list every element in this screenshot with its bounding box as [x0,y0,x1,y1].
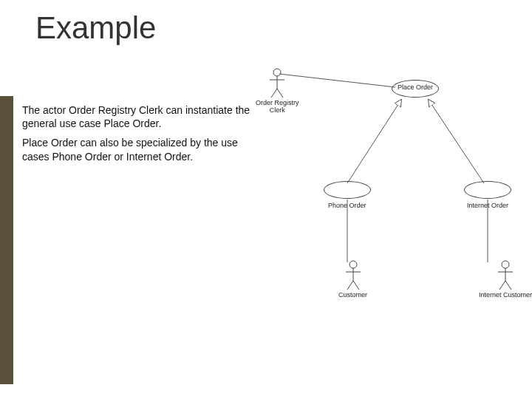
usecase-internet-order [464,181,511,199]
uml-diagram: Order Registry Clerk Place Order Phone O… [251,66,525,340]
paragraph-1: The actor Order Registry Clerk can insta… [22,103,251,130]
slide-title: Example [35,10,156,46]
usecase-internet-order-label: Internet Order [467,202,508,209]
svg-line-2 [429,100,484,183]
usecase-phone-order-label: Phone Order [328,202,366,209]
svg-line-18 [499,281,505,290]
svg-point-5 [273,69,281,76]
svg-line-9 [277,89,283,98]
svg-line-8 [271,89,277,98]
svg-point-15 [502,261,509,268]
actor-customer-label: Customer [338,292,367,299]
svg-line-19 [505,281,511,290]
usecase-phone-order [324,181,371,199]
stick-figure-icon [344,260,362,291]
actor-internet-customer: Internet Customer [479,260,532,299]
actor-customer: Customer [338,260,367,299]
svg-line-1 [347,100,401,183]
svg-line-14 [353,281,359,290]
paragraph-2: Place Order can also be specialized by t… [22,136,251,163]
actor-internet-customer-label: Internet Customer [479,292,532,299]
stick-figure-icon [268,68,286,99]
body-text: The actor Order Registry Clerk can insta… [22,103,251,169]
svg-point-10 [349,261,357,268]
svg-line-13 [347,281,353,290]
accent-bar [0,96,13,384]
usecase-place-order-label: Place Order [398,83,433,91]
actor-clerk: Order Registry Clerk [256,68,299,115]
stick-figure-icon [497,260,514,291]
actor-clerk-label: Order Registry Clerk [256,100,299,115]
